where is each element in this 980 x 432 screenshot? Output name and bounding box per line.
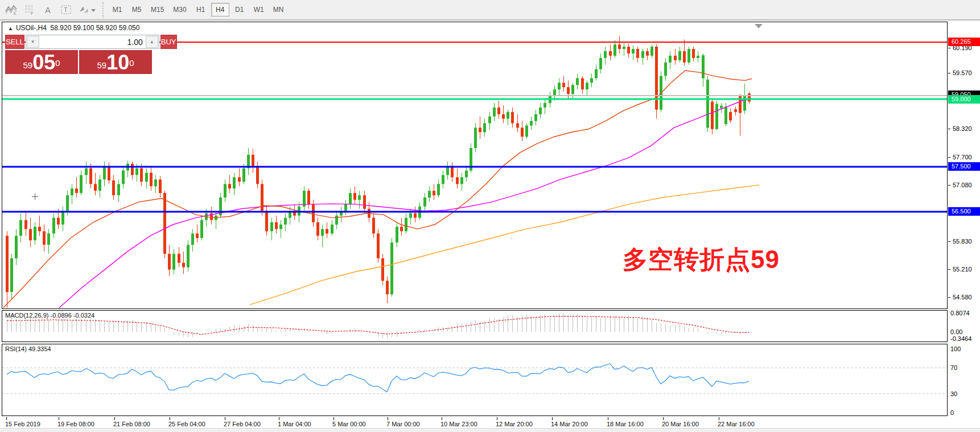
volume-decrease-icon[interactable]: ▼ xyxy=(27,36,39,48)
drawing-tools-group: E F A T xyxy=(0,2,98,17)
chart-annotation-text: 多空转折点59 xyxy=(623,243,780,277)
time-label: 1 Mar 04:00 xyxy=(278,421,311,427)
time-tick xyxy=(719,417,719,420)
ohlc-values: 58.920 59.100 58.920 59.050 xyxy=(51,24,140,32)
price-axis[interactable]: 60.19059.57058.95058.32057.70057.08056.4… xyxy=(948,22,980,431)
price-badge-57.500: 57.500 xyxy=(948,162,980,171)
buy-price-major: 59 xyxy=(97,58,106,73)
macd-axis-label: 0.8074 xyxy=(950,310,970,317)
timeframe-mn-button[interactable]: MN xyxy=(269,3,288,17)
buy-price-pip: 0 xyxy=(129,54,134,73)
one-click-trading-panel: SELL ▼ ▲ BUY 59050 59100 xyxy=(5,35,152,74)
time-label: 25 Feb 04:00 xyxy=(168,421,205,427)
time-label: 18 Mar 16:00 xyxy=(607,421,644,427)
time-tick xyxy=(170,417,170,420)
price-badge-59.000: 59.000 xyxy=(948,95,980,104)
price-tick-dash xyxy=(948,297,950,298)
volume-input[interactable] xyxy=(40,35,145,48)
price-tick-label: 54.580 xyxy=(953,294,972,301)
price-tick-dash xyxy=(948,157,950,158)
rsi-panel[interactable]: RSI(14) 49.3354 xyxy=(2,344,948,416)
sell-price[interactable]: 59050 xyxy=(5,50,78,74)
status-strip xyxy=(0,428,980,432)
time-label: 7 Mar 00:00 xyxy=(386,421,420,427)
time-tick xyxy=(279,417,279,420)
time-label: 5 Mar 00:00 xyxy=(332,421,366,427)
time-label: 27 Feb 04:00 xyxy=(224,421,261,427)
collapse-arrow-icon[interactable]: ▲ xyxy=(8,26,13,31)
buy-price-big: 10 xyxy=(106,52,129,73)
chart-shift-marker-icon[interactable] xyxy=(755,24,763,28)
macd-axis-label: -0.3464 xyxy=(950,335,971,343)
arrows-icon[interactable] xyxy=(76,2,98,17)
time-label: 22 Mar 16:00 xyxy=(718,421,755,427)
chart-title: ▲USOil-,H4 58.920 59.100 58.920 59.050 xyxy=(8,24,139,32)
toolbar: E F A T M1M5M15M30H1H4D1W1MN xyxy=(0,0,980,20)
time-tick xyxy=(608,417,608,420)
price-tick-dash xyxy=(948,185,950,186)
svg-text:F: F xyxy=(31,11,33,15)
timeframe-m1-button[interactable]: M1 xyxy=(108,3,126,17)
timeframe-h4-button[interactable]: H4 xyxy=(211,3,229,17)
price-tick-label: 58.320 xyxy=(953,125,972,133)
time-tick xyxy=(114,417,115,420)
time-label: 14 Mar 20:00 xyxy=(551,421,588,427)
buy-price[interactable]: 59100 xyxy=(79,50,152,74)
time-label: 12 Mar 20:00 xyxy=(496,421,533,427)
svg-text:E: E xyxy=(14,11,17,15)
buy-button[interactable]: BUY xyxy=(160,35,177,49)
time-tick xyxy=(388,417,388,420)
text-label-icon[interactable]: A xyxy=(40,2,56,17)
time-tick xyxy=(333,417,334,420)
price-tick-label: 57.700 xyxy=(953,154,972,161)
rsi-canvas[interactable] xyxy=(2,344,947,415)
time-label: 20 Mar 16:00 xyxy=(662,421,699,427)
rsi-axis-label: 30 xyxy=(950,390,957,398)
toolbar-separator xyxy=(102,2,106,18)
grid-icon[interactable]: F xyxy=(22,2,38,17)
price-tick-label: 59.570 xyxy=(953,69,972,77)
price-tick-dash xyxy=(948,129,950,129)
timeframe-m5-button[interactable]: M5 xyxy=(127,3,146,17)
time-tick xyxy=(552,417,553,420)
rsi-axis-label: 70 xyxy=(950,364,957,372)
timeframe-m30-button[interactable]: M30 xyxy=(169,3,190,17)
time-tick xyxy=(663,417,664,420)
rsi-axis-label: 0 xyxy=(950,409,954,417)
price-tick-dash xyxy=(948,73,950,73)
price-badge-56.500: 56.500 xyxy=(948,207,980,216)
time-tick xyxy=(497,417,497,420)
price-tick-label: 55.210 xyxy=(953,266,972,273)
price-tick-dash xyxy=(948,48,950,48)
macd-label: MACD(12,26,9) -0.0896 -0.0324 xyxy=(5,312,94,319)
volume-increase-icon[interactable]: ▲ xyxy=(146,36,158,48)
main-chart-panel[interactable]: ▲USOil-,H4 58.920 59.100 58.920 59.050 多… xyxy=(2,22,948,309)
time-tick xyxy=(442,417,442,420)
svg-text:T: T xyxy=(64,6,68,13)
sell-price-big: 05 xyxy=(32,52,55,73)
time-label: 21 Feb 08:00 xyxy=(113,421,150,427)
sell-button[interactable]: SELL xyxy=(5,35,24,49)
sell-price-pip: 0 xyxy=(55,54,60,73)
macd-canvas[interactable] xyxy=(2,311,947,342)
timeframe-m15-button[interactable]: M15 xyxy=(147,3,168,17)
timeframe-h1-button[interactable]: H1 xyxy=(192,3,210,17)
chart-window: ▲USOil-,H4 58.920 59.100 58.920 59.050 多… xyxy=(2,22,948,431)
rsi-axis-label: 100 xyxy=(950,345,961,353)
symbol-timeframe: USOil-,H4 xyxy=(16,24,47,32)
time-label: 10 Mar 23:00 xyxy=(440,421,477,427)
text-box-icon[interactable]: T xyxy=(58,2,74,17)
time-label: 15 Feb 2019 xyxy=(5,421,40,427)
macd-panel[interactable]: MACD(12,26,9) -0.0896 -0.0324 xyxy=(2,310,948,342)
sell-price-major: 59 xyxy=(23,58,32,73)
price-tick-dash xyxy=(948,241,950,242)
time-tick xyxy=(225,417,225,420)
price-tick-label: 57.080 xyxy=(953,182,972,189)
time-tick xyxy=(6,417,7,420)
volume-spinner: ▼ ▲ xyxy=(26,35,159,49)
price-tick-label: 55.830 xyxy=(953,238,972,245)
price-tick-dash xyxy=(948,269,950,270)
indicators-icon[interactable]: E xyxy=(3,2,19,17)
timeframe-d1-button[interactable]: D1 xyxy=(230,3,249,17)
timeframe-w1-button[interactable]: W1 xyxy=(250,3,268,17)
